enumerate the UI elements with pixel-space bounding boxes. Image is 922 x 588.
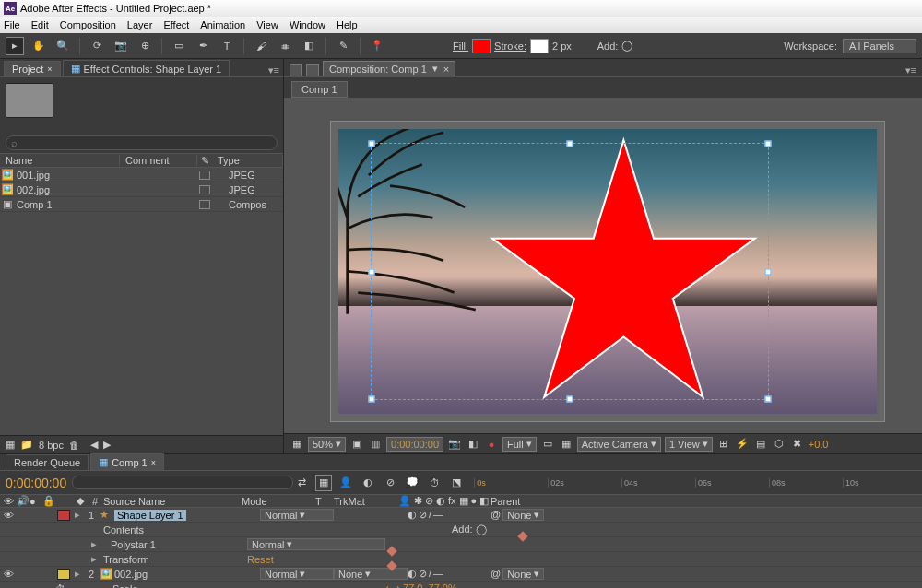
auto-keyframe-icon[interactable]: ⏱ [426, 475, 443, 491]
project-tab[interactable]: Project× [4, 61, 61, 76]
reset-link[interactable]: Reset [247, 554, 274, 565]
flowchart-view-icon[interactable]: ⬡ [772, 437, 786, 452]
menu-help[interactable]: Help [337, 19, 358, 30]
timeline-icon[interactable]: ▤ [753, 437, 768, 452]
stroke-width[interactable]: 2 px [552, 41, 572, 52]
pen-tool-icon[interactable]: ✒ [194, 37, 212, 55]
workspace-dropdown[interactable]: All Panels [843, 39, 916, 53]
parent-dropdown[interactable]: None▾ [502, 568, 544, 580]
layer-sub-row[interactable]: ▸ Polystar 1 Normal▾ [0, 537, 922, 552]
menu-window[interactable]: Window [290, 19, 325, 30]
panel-menu-icon[interactable]: ▾≡ [268, 65, 279, 76]
star-shape[interactable] [467, 135, 780, 408]
shy-col-icon[interactable]: 👤 [398, 495, 411, 507]
composition-mini-flowchart-icon[interactable]: ⇄ [293, 475, 310, 491]
project-item[interactable]: ▣ Comp 1 Compos [0, 197, 283, 212]
new-folder-icon[interactable]: 📁 [20, 439, 33, 451]
timeline-comp-tab[interactable]: ▦Comp 1× [90, 453, 164, 470]
property-row[interactable]: ⏱ Scale ⟷ 77.0, 77.0% [0, 582, 922, 588]
timeline-current-time[interactable]: 0:00:00:00 [6, 476, 66, 490]
close-icon[interactable]: × [47, 65, 52, 74]
fill-swatch[interactable] [472, 39, 491, 53]
hide-shy-icon[interactable]: 👤 [337, 475, 354, 491]
bpc-toggle[interactable]: 8 bpc [39, 440, 64, 451]
twirl-icon[interactable]: ▸ [89, 553, 100, 565]
draft-3d-icon[interactable]: ▦ [315, 475, 332, 491]
menu-effect[interactable]: Effect [163, 19, 189, 30]
camera-tool-icon[interactable]: 📷 [112, 37, 130, 55]
fast-preview-icon[interactable]: ⚡ [735, 437, 750, 452]
hand-tool-icon[interactable]: ✋ [30, 37, 48, 55]
comp-name-tab[interactable]: Comp 1 [291, 81, 348, 98]
render-queue-tab[interactable]: Render Queue [6, 454, 89, 470]
close-icon[interactable]: × [151, 458, 156, 467]
collapse-icon[interactable]: ◐ [408, 509, 417, 521]
zoom-tool-icon[interactable]: 🔍 [53, 37, 72, 55]
layer-row[interactable]: 👁 ▸ 2 🖼️ 002.jpg Normal▾ None▾ ◐⊘/— @Non… [0, 567, 922, 582]
show-channel-icon[interactable]: ◧ [466, 437, 480, 452]
roto-tool-icon[interactable]: ✎ [334, 37, 352, 55]
reset-exposure-icon[interactable]: ✖ [790, 437, 805, 452]
blend-mode-dropdown[interactable]: Normal▾ [260, 568, 334, 580]
blend-mode-dropdown[interactable]: Normal▾ [247, 538, 385, 550]
close-icon[interactable]: × [443, 64, 449, 75]
rgb-icon[interactable]: ● [484, 437, 499, 452]
fill-label[interactable]: Fill: [453, 41, 468, 52]
twirl-icon[interactable]: ▸ [72, 568, 83, 580]
roi-icon[interactable]: ▭ [540, 437, 555, 452]
pickwhip-icon[interactable]: @ [491, 568, 501, 580]
project-search-input[interactable]: ⌕ [6, 135, 278, 150]
layer-row[interactable]: 👁 ▸ 1 ★ Shape Layer 1 Normal▾ ◐⊘/— @None… [0, 508, 922, 523]
stopwatch-icon[interactable]: ⏱ [55, 583, 68, 589]
blend-mode-dropdown[interactable]: Normal▾ [260, 509, 334, 521]
pan-behind-tool-icon[interactable]: ⊕ [136, 37, 154, 55]
motion-blur-icon[interactable]: ⊘ [382, 475, 398, 491]
rotate-tool-icon[interactable]: ⟳ [88, 37, 106, 55]
composition-viewer[interactable] [284, 98, 922, 433]
menu-animation[interactable]: Animation [200, 19, 245, 30]
project-column-header[interactable]: Name Comment ✎ Type [0, 153, 283, 168]
stroke-label[interactable]: Stroke: [494, 41, 526, 52]
layer-sub-row[interactable]: ▸ Transform Reset [0, 552, 922, 567]
views-dropdown[interactable]: 1 View▾ [665, 437, 713, 452]
zoom-dropdown[interactable]: 50%▾ [308, 437, 346, 452]
current-time-display[interactable]: 0:00:00:00 [386, 437, 443, 452]
eye-icon[interactable]: 👁 [0, 510, 17, 521]
parent-dropdown[interactable]: None▾ [502, 509, 544, 521]
project-item[interactable]: 🖼️ 001.jpg JPEG [0, 168, 283, 182]
menu-edit[interactable]: Edit [31, 19, 49, 30]
comp-mini-icon[interactable] [306, 64, 319, 76]
composition-dropdown[interactable]: Composition: Comp 1▾× [323, 61, 455, 76]
trkmat-dropdown[interactable]: None▾ [334, 568, 408, 580]
stroke-swatch[interactable] [530, 39, 549, 53]
scale-value[interactable]: ⟷ 77.0, 77.0% [385, 582, 457, 588]
brainstorm-icon[interactable]: 💭 [404, 475, 420, 491]
panel-menu-icon[interactable]: ▾≡ [905, 65, 916, 76]
interpret-footage-icon[interactable]: ▦ [6, 439, 15, 451]
delete-icon[interactable]: 🗑 [69, 440, 79, 451]
menu-layer[interactable]: Layer [127, 19, 153, 30]
label-swatch[interactable] [199, 200, 210, 209]
mask-icon[interactable]: ▥ [368, 437, 383, 452]
pixel-aspect-icon[interactable]: ⊞ [716, 437, 731, 452]
resolution-dropdown[interactable]: Full▾ [502, 437, 537, 452]
twirl-icon[interactable]: ▸ [72, 509, 83, 521]
graph-editor-icon[interactable]: ⬔ [448, 475, 465, 491]
camera-dropdown[interactable]: Active Camera▾ [577, 437, 661, 452]
rectangle-tool-icon[interactable]: ▭ [170, 37, 188, 55]
add-menu-icon[interactable]: ◯ [621, 40, 632, 52]
label-color[interactable] [57, 510, 70, 521]
pickwhip-icon[interactable]: @ [491, 509, 501, 521]
puppet-tool-icon[interactable]: 📍 [368, 37, 386, 55]
frame-blend-icon[interactable]: ◐ [360, 475, 376, 491]
brush-tool-icon[interactable]: 🖌 [252, 37, 270, 55]
timeline-search-input[interactable] [72, 476, 293, 489]
type-tool-icon[interactable]: T [218, 37, 236, 55]
twirl-icon[interactable]: ▸ [89, 538, 100, 550]
eraser-tool-icon[interactable]: ◧ [300, 37, 318, 55]
layer-sub-row[interactable]: Contents Add: ◯ [0, 523, 922, 537]
effect-controls-tab[interactable]: ▦Effect Controls: Shape Layer 1 [63, 60, 230, 76]
label-swatch[interactable] [199, 171, 210, 180]
menu-file[interactable]: File [4, 19, 20, 30]
exposure-value[interactable]: +0.0 [809, 439, 829, 450]
